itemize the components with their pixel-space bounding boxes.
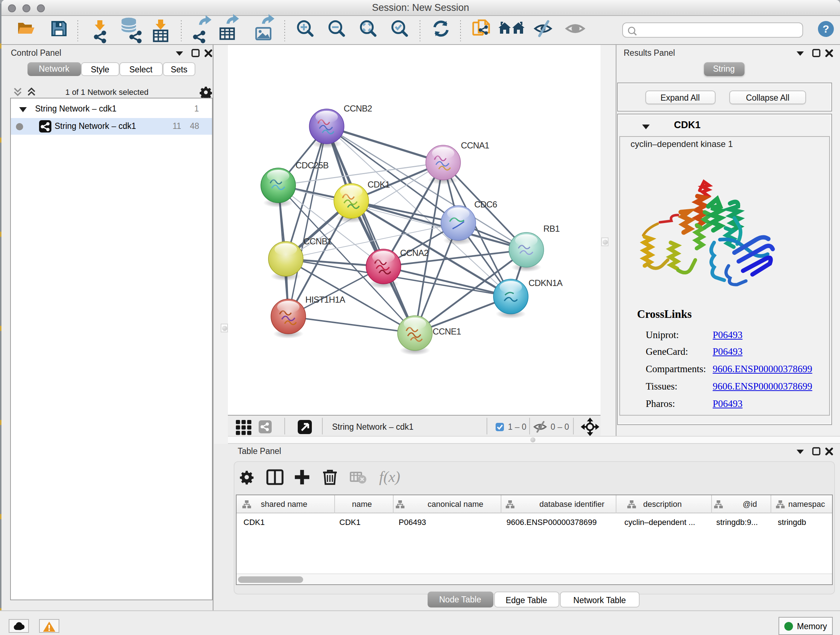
svg-text:1 – 0: 1 – 0	[508, 422, 526, 431]
svg-text:CCNB2: CCNB2	[344, 103, 372, 113]
svg-text:CDK1: CDK1	[368, 179, 390, 189]
svg-text:CDKN1A: CDKN1A	[529, 278, 562, 287]
svg-text:CDC25B: CDC25B	[295, 160, 328, 170]
svg-text:String Network – cdk1: String Network – cdk1	[332, 422, 414, 431]
svg-text:CCNE1: CCNE1	[433, 326, 461, 336]
svg-text:CDC6: CDC6	[474, 199, 497, 209]
svg-text:0 – 0: 0 – 0	[551, 422, 569, 431]
svg-text:RB1: RB1	[543, 223, 560, 233]
svg-text:CCNB1: CCNB1	[303, 236, 332, 246]
svg-text:HIST1H1A: HIST1H1A	[305, 295, 345, 304]
svg-text:f(x): f(x)	[379, 468, 400, 485]
svg-text:?: ?	[822, 23, 829, 35]
svg-text:CCNA2: CCNA2	[400, 248, 429, 257]
svg-text:CCNA1: CCNA1	[461, 140, 489, 150]
